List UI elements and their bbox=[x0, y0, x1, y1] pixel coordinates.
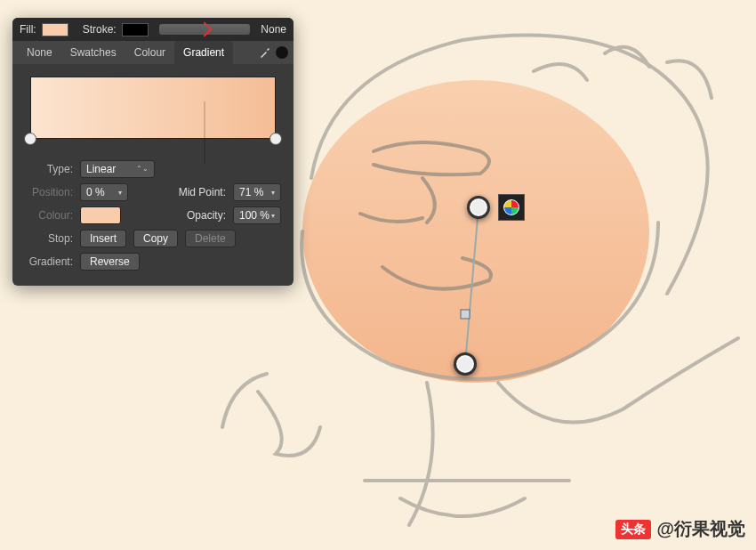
gradient-label: Gradient: bbox=[25, 255, 73, 268]
gradient-stop-1[interactable] bbox=[269, 133, 282, 145]
stop-label: Stop: bbox=[25, 232, 73, 245]
position-input[interactable]: 0 % bbox=[80, 183, 128, 201]
insert-button[interactable]: Insert bbox=[80, 230, 126, 247]
delete-button[interactable]: Delete bbox=[185, 230, 236, 247]
midpoint-label: Mid Point: bbox=[173, 186, 226, 198]
stroke-value-text: None bbox=[261, 23, 286, 36]
position-label: Position: bbox=[25, 186, 73, 198]
watermark-logo: 头条 bbox=[615, 520, 651, 539]
eyedropper-icon[interactable] bbox=[258, 45, 272, 60]
watermark: 头条 @衍果视觉 bbox=[615, 517, 745, 541]
current-color-dot[interactable] bbox=[276, 46, 288, 59]
midpoint-input[interactable]: 71 % bbox=[233, 183, 281, 201]
opacity-label: Opacity: bbox=[173, 209, 226, 222]
midpoint-tick[interactable] bbox=[204, 101, 205, 164]
tab-gradient[interactable]: Gradient bbox=[174, 41, 233, 64]
gradient-panel: Fill: Stroke: None None Swatches Colour … bbox=[12, 18, 294, 286]
stroke-label: Stroke: bbox=[83, 23, 117, 36]
type-label: Type: bbox=[25, 163, 73, 175]
tab-bar: None Swatches Colour Gradient bbox=[12, 41, 294, 64]
type-select[interactable]: Linear bbox=[80, 160, 155, 178]
fill-label: Fill: bbox=[20, 23, 36, 36]
gradient-stop-track[interactable] bbox=[30, 133, 276, 145]
reverse-button[interactable]: Reverse bbox=[80, 253, 140, 271]
colour-well[interactable] bbox=[80, 206, 121, 224]
gradient-node-end[interactable] bbox=[454, 352, 477, 376]
colour-label: Colour: bbox=[25, 209, 73, 222]
tab-none[interactable]: None bbox=[18, 41, 61, 64]
tab-colour[interactable]: Colour bbox=[125, 41, 174, 64]
tab-swatches[interactable]: Swatches bbox=[61, 41, 125, 64]
svg-rect-2 bbox=[461, 310, 470, 319]
opacity-input[interactable]: 100 % bbox=[233, 206, 281, 224]
stroke-swatch[interactable] bbox=[122, 23, 149, 36]
color-picker-popup-button[interactable] bbox=[498, 194, 525, 221]
watermark-text: @衍果视觉 bbox=[656, 517, 745, 541]
gradient-preview[interactable] bbox=[30, 77, 276, 139]
stroke-width-slider[interactable] bbox=[159, 24, 251, 35]
fill-swatch[interactable] bbox=[42, 23, 68, 36]
panel-header: Fill: Stroke: None bbox=[12, 18, 294, 41]
gradient-stop-0[interactable] bbox=[24, 133, 36, 145]
copy-button[interactable]: Copy bbox=[133, 230, 178, 247]
gradient-node-start[interactable] bbox=[467, 196, 490, 219]
